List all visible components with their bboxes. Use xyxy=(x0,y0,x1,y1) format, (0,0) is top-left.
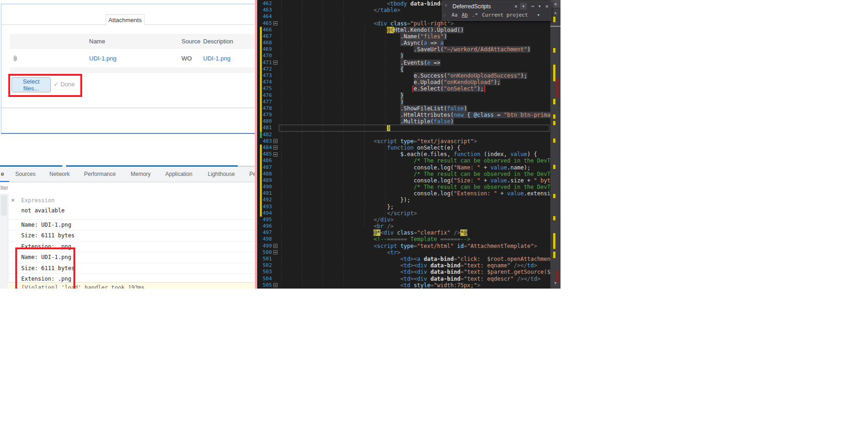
code-text: .HtmlAttributes(new { @class = "btn btn-… xyxy=(280,112,550,118)
split-editor-icon[interactable]: ✛ xyxy=(550,0,561,8)
search-history-dropdown-icon[interactable]: ▾ xyxy=(520,3,527,10)
line-number: 487 xyxy=(263,164,272,171)
fold-toggle-icon[interactable] xyxy=(273,152,277,157)
console-gutter-box xyxy=(1,195,7,216)
scroll-mark-changed xyxy=(553,65,555,81)
scroll-viewport-line xyxy=(550,26,561,27)
scope-dropdown-icon[interactable]: ▾ xyxy=(537,12,540,18)
attachment-name-link[interactable]: UDI-1.png xyxy=(89,49,116,67)
line-number: 467 xyxy=(263,33,272,40)
code-line-494: 494 </script> xyxy=(257,210,550,217)
attachments-panel: Attachments Name Source Description UDI-… xyxy=(1,4,256,134)
line-number: 471 xyxy=(263,60,272,66)
scroll-mark-modified xyxy=(556,78,560,98)
table-row[interactable]: UDI-1.png WO UDI-1.png xyxy=(10,49,255,68)
devtools-tab-performance[interactable]: Performance xyxy=(84,171,116,177)
scroll-mark-changed xyxy=(553,99,555,104)
attachment-description-link[interactable]: UDI-1.png xyxy=(203,49,230,67)
match-case-icon[interactable]: Aa xyxy=(452,12,458,18)
column-header-source[interactable]: Source xyxy=(181,34,200,49)
tab-attachments[interactable]: Attachments xyxy=(106,14,145,25)
code-line-503: 503 <td><div data-bind="text: $parent.ge… xyxy=(257,269,550,275)
change-track-bar xyxy=(260,210,262,217)
code-text: <td style="width:75px;"> xyxy=(280,282,481,289)
code-line-482: 482 xyxy=(257,132,550,138)
table-footer-strip xyxy=(10,67,255,73)
find-query-input[interactable] xyxy=(452,3,510,10)
line-number: 479 xyxy=(263,112,272,118)
devtools-tab-application[interactable]: Application xyxy=(165,171,193,177)
change-track-bar xyxy=(260,151,262,157)
code-text: <script type="text/javascript"> xyxy=(280,138,477,145)
scroll-up-icon[interactable]: ▲ xyxy=(550,10,561,15)
editor-scrollbar[interactable]: ✛ ▲ ▼ xyxy=(550,0,561,289)
devtools-tab-lighthouse[interactable]: Lighthouse xyxy=(208,171,235,177)
scroll-mark-changed xyxy=(553,252,555,258)
column-header-name[interactable]: Name xyxy=(89,34,105,49)
line-number: 492 xyxy=(263,197,272,203)
code-line-472: 472 { xyxy=(257,66,550,72)
code-line-500: 500 <tr> xyxy=(257,249,550,256)
code-text: console.log("Name: " + value.name); xyxy=(280,164,530,171)
whole-word-icon[interactable]: Ab xyxy=(462,12,468,18)
line-number: 495 xyxy=(263,217,272,223)
code-text: ) xyxy=(280,99,404,105)
done-status: ✓Done xyxy=(54,81,75,88)
line-number: 489 xyxy=(263,177,272,184)
code-line-470: 470 ) xyxy=(257,53,550,59)
change-track-bar xyxy=(260,177,262,184)
code-line-479: 479 .HtmlAttributes(new { @class = "btn … xyxy=(257,112,550,118)
code-editor[interactable]: 462 <tbody data-bind='te463 </table>4644… xyxy=(257,0,561,289)
regex-icon[interactable]: .* xyxy=(472,12,478,18)
select-files-button[interactable]: Select files... xyxy=(12,77,51,92)
devtools-tab-sources[interactable]: Sources xyxy=(15,171,36,177)
fold-toggle-icon[interactable] xyxy=(273,60,277,65)
fold-toggle-icon[interactable] xyxy=(273,145,277,150)
code-text: <td><div data-bind="text: eqdescr" /></t… xyxy=(280,276,541,282)
change-track-bar xyxy=(260,60,262,66)
devtools-tab-memory[interactable]: Memory xyxy=(131,171,151,177)
code-line-492: 492 }); xyxy=(257,197,550,203)
line-number: 502 xyxy=(263,262,272,269)
live-expression-label: Expression xyxy=(21,197,54,204)
column-header-description[interactable]: Description xyxy=(203,34,233,49)
find-next-icon[interactable]: → xyxy=(529,3,536,10)
change-track-bar xyxy=(260,85,262,92)
code-line-497: 497 @*<div class="clearfix" />*@ xyxy=(257,229,550,236)
find-expander-icon[interactable]: ˅ xyxy=(445,3,447,8)
code-text: console.log("Extension: " + value.extens… xyxy=(280,190,550,197)
scroll-down-icon[interactable]: ▼ xyxy=(550,281,561,285)
find-dialog: ˅ ✕ ▾ → ▾ ✕ ⠿ Aa Ab .* Current project ▾ xyxy=(442,0,551,21)
fold-toggle-icon[interactable] xyxy=(273,283,277,287)
code-text: <td><a data-bind="click: $root.openAttac… xyxy=(280,256,550,262)
close-find-icon[interactable]: ✕ xyxy=(543,3,550,10)
code-line-501: 501 <td><a data-bind="click: $root.openA… xyxy=(257,256,550,262)
filter-input[interactable]: lter xyxy=(0,185,8,191)
scroll-mark-changed xyxy=(553,216,555,220)
change-track-bar xyxy=(260,105,262,112)
code-line-468: 468 .Async(a => a xyxy=(257,40,550,46)
fold-toggle-icon[interactable] xyxy=(273,139,277,143)
change-track-bar xyxy=(260,40,262,46)
code-line-477: 477 ) xyxy=(257,99,550,105)
close-expression-icon[interactable]: × xyxy=(11,197,15,203)
fold-toggle-icon[interactable] xyxy=(273,21,277,25)
fold-toggle-icon[interactable] xyxy=(273,244,277,248)
code-text: ) xyxy=(280,53,404,59)
code-text: .Name("files") xyxy=(280,33,447,40)
clear-search-icon[interactable]: ✕ xyxy=(512,3,519,10)
fold-toggle-icon[interactable] xyxy=(273,250,277,254)
devtools-tab-network[interactable]: Network xyxy=(49,171,70,177)
live-expression-value[interactable]: not available xyxy=(21,207,65,214)
code-text: @(Html.Kendo().Upload() xyxy=(280,27,464,33)
code-line-488: 488 /* The result can be observed in the… xyxy=(257,171,550,177)
line-number: 497 xyxy=(263,229,272,236)
find-grip-icon[interactable]: ⠿ xyxy=(443,15,446,19)
code-line-485: 485 $.each(e.files, function (index, val… xyxy=(257,151,550,157)
find-options-dropdown-icon[interactable]: ▾ xyxy=(536,3,543,10)
devtools-tab-e[interactable]: e xyxy=(1,171,4,177)
code-text: }); xyxy=(280,197,410,203)
paperclip-icon xyxy=(12,49,18,67)
search-scope-select[interactable]: Current project xyxy=(482,12,528,18)
code-line-481: 481 ) xyxy=(257,125,550,131)
